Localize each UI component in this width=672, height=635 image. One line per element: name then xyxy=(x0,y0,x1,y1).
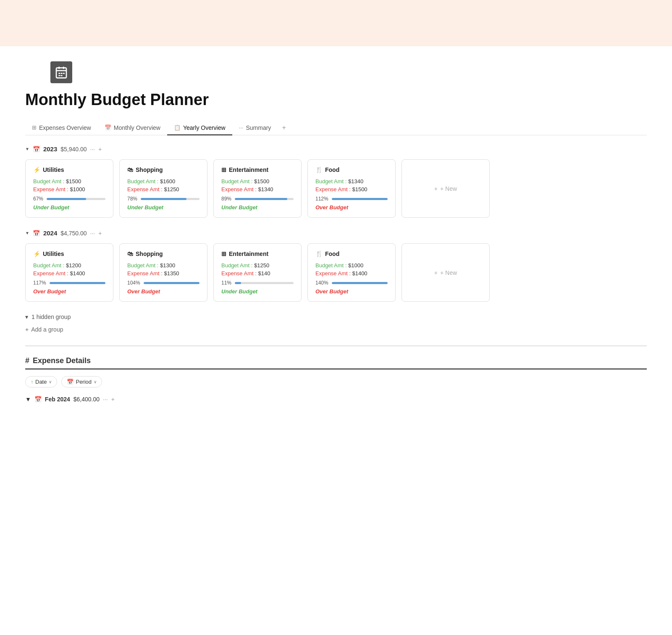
status-utilities-2024: Over Budget xyxy=(33,288,105,295)
budget-field-shopping-2023: Budget Amt : $1600 xyxy=(127,178,200,184)
group-add-2023[interactable]: + xyxy=(98,146,102,153)
card-entertainment-2024: ⊞ Entertainment Budget Amt : $1250 Expen… xyxy=(213,243,302,302)
date-sort-icon: ↑ xyxy=(31,379,33,385)
utilities-icon-2023: ⚡ xyxy=(33,166,40,173)
status-shopping-2024: Over Budget xyxy=(127,288,200,295)
date-filter-button[interactable]: ↑ Date ∨ xyxy=(25,376,57,387)
svg-rect-7 xyxy=(58,75,60,76)
budget-field-entertainment-2023: Budget Amt : $1500 xyxy=(221,178,294,184)
toggle-2024[interactable]: ▼ xyxy=(25,231,29,235)
card-shopping-2023: 🛍 Shopping Budget Amt : $1600 Expense Am… xyxy=(119,159,207,218)
filter-row: ↑ Date ∨ 📅 Period ∨ xyxy=(25,376,647,387)
tab-expenses-overview[interactable]: ⊞ Expenses Overview xyxy=(25,121,98,135)
period-filter-button[interactable]: 📅 Period ∨ xyxy=(61,376,102,387)
card-title-food-2024: 🍴 Food xyxy=(315,250,388,257)
content-area: ▼ 📅 2023 $5,940.00 ··· + ⚡ Utilities Bud… xyxy=(25,135,647,333)
new-card-2024[interactable]: + + New xyxy=(402,243,490,302)
page-icon-wrapper xyxy=(25,54,72,83)
status-food-2024: Over Budget xyxy=(315,288,388,295)
shopping-icon-2024: 🛍 xyxy=(127,250,133,257)
status-entertainment-2024: Under Budget xyxy=(221,288,294,295)
progress-shopping-2023: 78% xyxy=(127,196,200,202)
period-chevron-icon: ∨ xyxy=(94,379,97,384)
date-chevron-icon: ∨ xyxy=(49,379,52,384)
progress-shopping-2024: 104% xyxy=(127,280,200,286)
svg-rect-4 xyxy=(58,73,60,74)
shopping-icon-2023: 🛍 xyxy=(127,166,133,173)
hidden-group-toggle: ▾ xyxy=(25,314,28,320)
expense-field-utilities-2023: Expense Amt : $1000 xyxy=(33,186,105,192)
add-group-label: Add a group xyxy=(31,326,63,333)
budget-field-utilities-2024: Budget Amt : $1200 xyxy=(33,262,105,269)
group-2024: ▼ 📅 2024 $4,750.00 ··· + ⚡ Utilities Bud… xyxy=(25,229,647,302)
expense-details-title: Expense Details xyxy=(33,356,91,365)
page-title: Monthly Budget Planner xyxy=(25,91,647,109)
status-shopping-2023: Under Budget xyxy=(127,204,200,211)
progress-food-2023: 112% xyxy=(315,196,388,202)
card-food-2024: 🍴 Food Budget Amt : $1000 Expense Amt : … xyxy=(307,243,396,302)
card-utilities-2023: ⚡ Utilities Budget Amt : $1500 Expense A… xyxy=(25,159,113,218)
calendar-icon xyxy=(50,61,72,83)
card-title-utilities-2024: ⚡ Utilities xyxy=(33,250,105,257)
new-card-2023[interactable]: + + New xyxy=(402,159,490,218)
sub-group-add[interactable]: + xyxy=(111,396,115,403)
sub-group-more[interactable]: ··· xyxy=(103,396,108,403)
status-entertainment-2023: Under Budget xyxy=(221,204,294,211)
card-title-food-2023: 🍴 Food xyxy=(315,166,388,173)
svg-rect-8 xyxy=(61,75,63,76)
period-cal-icon: 📅 xyxy=(67,379,74,385)
group-header-2024: ▼ 📅 2024 $4,750.00 ··· + xyxy=(25,229,647,237)
hidden-group-label: 1 hidden group xyxy=(32,314,71,320)
budget-field-entertainment-2024: Budget Amt : $1250 xyxy=(221,262,294,269)
card-shopping-2024: 🛍 Shopping Budget Amt : $1300 Expense Am… xyxy=(119,243,207,302)
cal-icon-monthly: 📅 xyxy=(105,124,111,131)
add-group-row[interactable]: + Add a group xyxy=(25,326,647,333)
progress-utilities-2023: 67% xyxy=(33,196,105,202)
entertainment-icon-2024: ⊞ xyxy=(221,250,226,257)
group-more-2023[interactable]: ··· xyxy=(90,146,95,153)
utilities-icon-2024: ⚡ xyxy=(33,250,40,257)
cal-icon-yearly: 📋 xyxy=(174,124,181,131)
progress-entertainment-2023: 89% xyxy=(221,196,294,202)
tab-monthly-overview[interactable]: 📅 Monthly Overview xyxy=(98,121,167,135)
card-title-utilities-2023: ⚡ Utilities xyxy=(33,166,105,173)
budget-field-utilities-2023: Budget Amt : $1500 xyxy=(33,178,105,184)
dots-icon: ··· xyxy=(239,124,244,131)
top-banner xyxy=(0,0,672,46)
cards-row-2024: ⚡ Utilities Budget Amt : $1200 Expense A… xyxy=(25,243,647,302)
sub-group-cal-icon: 📅 xyxy=(34,396,42,403)
expense-field-food-2023: Expense Amt : $1500 xyxy=(315,186,388,192)
add-group-plus: + xyxy=(25,326,29,333)
status-utilities-2023: Under Budget xyxy=(33,204,105,211)
hidden-group-row[interactable]: ▾ 1 hidden group xyxy=(25,314,647,320)
budget-field-shopping-2024: Budget Amt : $1300 xyxy=(127,262,200,269)
group-2023: ▼ 📅 2023 $5,940.00 ··· + ⚡ Utilities Bud… xyxy=(25,145,647,218)
card-food-2023: 🍴 Food Budget Amt : $1340 Expense Amt : … xyxy=(307,159,396,218)
new-card-plus-2023: + xyxy=(434,185,438,192)
progress-utilities-2024: 117% xyxy=(33,280,105,286)
expense-field-entertainment-2024: Expense Amt : $140 xyxy=(221,270,294,277)
card-title-shopping-2024: 🛍 Shopping xyxy=(127,250,200,257)
card-title-entertainment-2023: ⊞ Entertainment xyxy=(221,166,294,173)
expense-field-entertainment-2023: Expense Amt : $1340 xyxy=(221,186,294,192)
new-card-plus-2024: + xyxy=(434,269,438,276)
svg-rect-5 xyxy=(61,73,63,74)
status-food-2023: Over Budget xyxy=(315,204,388,211)
group-more-2024[interactable]: ··· xyxy=(90,230,95,237)
expense-field-shopping-2024: Expense Amt : $1350 xyxy=(127,270,200,277)
toggle-2023[interactable]: ▼ xyxy=(25,147,29,151)
food-icon-2024: 🍴 xyxy=(315,250,323,257)
tab-summary[interactable]: ··· Summary xyxy=(232,121,278,135)
svg-rect-0 xyxy=(56,68,66,78)
food-icon-2023: 🍴 xyxy=(315,166,323,173)
tab-yearly-overview[interactable]: 📋 Yearly Overview xyxy=(167,121,232,135)
group-cal-icon-2024: 📅 xyxy=(33,230,40,237)
sub-group-toggle[interactable]: ▼ xyxy=(25,396,31,403)
expense-field-shopping-2023: Expense Amt : $1250 xyxy=(127,186,200,192)
add-tab-button[interactable]: + xyxy=(278,121,290,135)
group-add-2024[interactable]: + xyxy=(98,230,102,237)
svg-rect-6 xyxy=(63,73,65,74)
cards-row-2023: ⚡ Utilities Budget Amt : $1500 Expense A… xyxy=(25,159,647,218)
sub-group-feb-2024: ▼ 📅 Feb 2024 $6,400.00 ··· + xyxy=(25,396,647,403)
tabs-bar: ⊞ Expenses Overview 📅 Monthly Overview 📋… xyxy=(25,121,647,135)
